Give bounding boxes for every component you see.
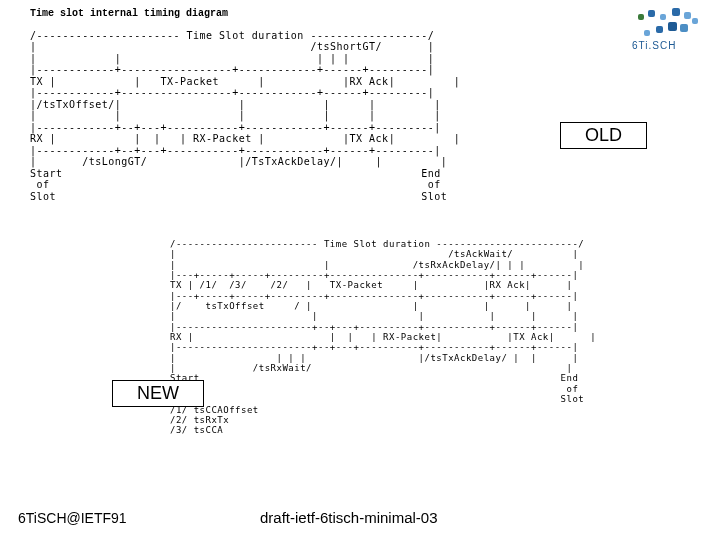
old-label: OLD: [560, 122, 647, 149]
old-timing-diagram: /---------------------- Time Slot durati…: [30, 30, 720, 203]
new-timing-diagram: /------------------------ Time Slot dura…: [170, 239, 720, 436]
new-label: NEW: [112, 380, 204, 407]
footer-center: draft-ietf-6tisch-minimal-03: [260, 509, 438, 526]
footer-left: 6TiSCH@IETF91: [18, 510, 127, 526]
page-title: Time slot internal timing diagram: [30, 8, 720, 20]
logo: 6Ti.SCH: [628, 8, 708, 58]
